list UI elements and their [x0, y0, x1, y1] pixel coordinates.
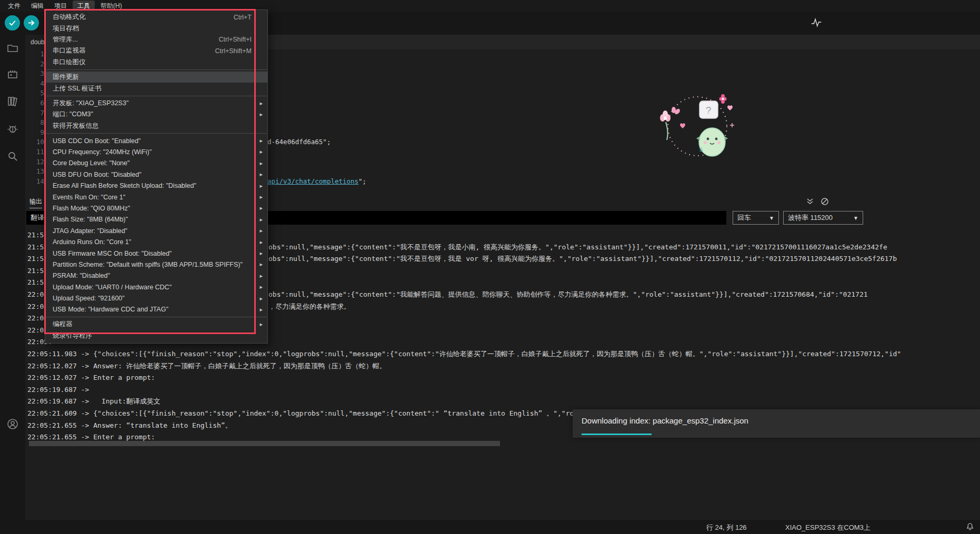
code-text: api/v3/chat/completions: [267, 177, 358, 185]
tools-menu-item[interactable]: USB Mode: "Hardware CDC and JTAG"▸: [45, 304, 267, 315]
notifications-bell-button[interactable]: [965, 522, 976, 532]
search-button[interactable]: [6, 150, 19, 163]
line-ending-select[interactable]: 回车 ▼: [733, 211, 779, 225]
activity-bar: [0, 35, 25, 520]
bug-icon: [6, 123, 19, 135]
menu-item-label: 烧录引导程序: [53, 331, 92, 340]
log-text: ，尽力满足你的各种需求。: [268, 303, 351, 310]
tools-menu-item[interactable]: 串口监视器Ctrl+Shift+M: [45, 45, 267, 56]
clear-output-button[interactable]: [819, 196, 831, 207]
tools-menu-item[interactable]: USB CDC On Boot: "Enabled"▸: [45, 135, 267, 146]
flower-icon: [660, 107, 681, 122]
log-text: obs":null,"message":{"content":"我不是豆包呀，我…: [268, 243, 887, 251]
flower-stem: [666, 122, 668, 140]
heart-icon: [680, 123, 685, 128]
tools-menu-item[interactable]: JTAG Adapter: "Disabled"▸: [45, 225, 267, 236]
menu-item-label: 开发板: "XIAO_ESP32S3": [53, 99, 128, 108]
submenu-arrow-icon: ▸: [259, 295, 263, 302]
tools-menu-item[interactable]: USB DFU On Boot: "Disabled"▸: [45, 169, 267, 180]
submenu-arrow-icon: ▸: [259, 273, 263, 279]
line-number: 11: [25, 147, 44, 157]
output-tab[interactable]: 输出: [29, 197, 42, 208]
menu-item-label: Upload Mode: "UART0 / Hardware CDC": [53, 284, 172, 291]
menu-item-label: JTAG Adapter: "Disabled": [53, 227, 127, 235]
line-number: 10: [25, 137, 44, 147]
tools-menu-item[interactable]: PSRAM: "Disabled"▸: [45, 270, 267, 281]
horizontal-scrollbar: [25, 441, 980, 446]
serial-log-line: 22:05:11.983 -> {"choices":[{"finish_rea…: [27, 348, 980, 360]
sparkle-icon: [730, 123, 734, 127]
search-icon: [6, 150, 19, 163]
submenu-arrow-icon: ▸: [259, 250, 263, 257]
tools-menu-item[interactable]: Events Run On: "Core 1"▸: [45, 192, 267, 203]
notification-progress-bar: [582, 434, 652, 435]
library-manager-button[interactable]: [6, 95, 19, 107]
cursor-position[interactable]: 行 24, 列 126: [706, 523, 747, 532]
upload-button[interactable]: [24, 15, 39, 31]
tools-menu-item[interactable]: CPU Frequency: "240MHz (WiFi)"▸: [45, 146, 267, 157]
tools-menu-item[interactable]: 上传 SSL 根证书: [45, 83, 267, 94]
status-bar: 行 24, 列 126 XIAO_ESP32S3 在COM3上: [0, 520, 980, 534]
tools-menu-item[interactable]: Core Debug Level: "None"▸: [45, 158, 267, 169]
line-ending-value: 回车: [737, 213, 751, 223]
tools-menu-item[interactable]: Partition Scheme: "Default with spiffs (…: [45, 259, 267, 270]
scrollbar-thumb[interactable]: [29, 441, 500, 446]
menu-item-label: PSRAM: "Disabled": [53, 272, 110, 279]
line-number: 3: [25, 69, 44, 79]
serial-plotter-button[interactable]: [809, 16, 823, 29]
chevron-down-icon: ▼: [848, 215, 858, 221]
tools-menu-item[interactable]: Upload Mode: "UART0 / Hardware CDC"▸: [45, 281, 267, 293]
chevron-double-down-icon: [806, 197, 814, 206]
account-button[interactable]: [6, 418, 19, 430]
menu-item-label: 获得开发板信息: [53, 122, 99, 130]
tools-menu-item[interactable]: Upload Speed: "921600"▸: [45, 293, 267, 304]
boards-manager-button[interactable]: [6, 68, 19, 81]
submenu-arrow-icon: ▸: [259, 321, 263, 328]
menu-item-label: Arduino Runs On: "Core 1": [53, 238, 131, 246]
tools-menu-item[interactable]: 串口绘图仪: [45, 57, 267, 68]
tools-menu-item[interactable]: Flash Size: "8MB (64Mb)"▸: [45, 214, 267, 225]
menu-separator: [46, 69, 267, 70]
tools-menu-item[interactable]: 自动格式化Ctrl+T: [45, 12, 267, 23]
tools-menu-item[interactable]: 获得开发板信息: [45, 120, 267, 132]
serial-log-line: 22:05:12.027 -> Enter a prompt:: [27, 372, 980, 384]
tools-menu-item[interactable]: 编程器▸: [45, 319, 267, 330]
sketchbook-button[interactable]: [6, 42, 19, 55]
submenu-arrow-icon: ▸: [259, 284, 263, 290]
submenu-arrow-icon: ▸: [259, 183, 263, 189]
line-number: 4: [25, 79, 44, 89]
menu-item-label: Upload Speed: "921600": [53, 295, 125, 302]
menu-item-shortcut: Ctrl+Shift+I: [218, 36, 252, 43]
tools-menu-item[interactable]: 管理库...Ctrl+Shift+I: [45, 34, 267, 45]
menu-item-label: 自动格式化: [53, 13, 86, 22]
question-card: ?: [699, 101, 718, 118]
tools-menu-item[interactable]: 端口: "COM3"▸: [45, 109, 267, 120]
menu-item-label: USB Firmware MSC On Boot: "Disabled": [53, 250, 172, 257]
menu-item-label: Erase All Flash Before Sketch Upload: "D…: [53, 182, 196, 189]
tools-menu-item[interactable]: Arduino Runs On: "Core 1"▸: [45, 236, 267, 247]
menu-item-label: 上传 SSL 根证书: [53, 84, 102, 93]
submenu-arrow-icon: ▸: [259, 227, 263, 234]
menubar-item[interactable]: 文件: [3, 1, 25, 12]
menu-item-label: 管理库...: [53, 35, 78, 44]
tools-menu-item[interactable]: Erase All Flash Before Sketch Upload: "D…: [45, 180, 267, 191]
debug-button[interactable]: [6, 123, 19, 135]
tools-menu-item[interactable]: USB Firmware MSC On Boot: "Disabled"▸: [45, 248, 267, 259]
baud-rate-select[interactable]: 波特率 115200 ▼: [783, 211, 863, 225]
account-icon: [6, 418, 19, 430]
menu-item-label: Partition Scheme: "Default with spiffs (…: [53, 261, 243, 268]
tools-menu-item[interactable]: 固件更新: [45, 72, 267, 83]
verify-button[interactable]: [5, 15, 20, 31]
board-port-status[interactable]: XIAO_ESP32S3 在COM3上: [785, 523, 871, 532]
tools-menu-item[interactable]: 项目存档: [45, 23, 267, 34]
collapse-panel-button[interactable]: [804, 196, 816, 207]
menu-item-label: Flash Size: "8MB (64Mb)": [53, 216, 128, 223]
tools-menu-item[interactable]: Flash Mode: "QIO 80MHz"▸: [45, 203, 267, 214]
line-number: 12: [25, 157, 44, 167]
chevron-down-icon: ▼: [764, 215, 774, 221]
tools-menu-item[interactable]: 开发板: "XIAO_ESP32S3"▸: [45, 98, 267, 109]
tools-menu: 自动格式化Ctrl+T项目存档管理库...Ctrl+Shift+I串口监视器Ct…: [45, 9, 268, 344]
menu-item-label: USB CDC On Boot: "Enabled": [53, 137, 141, 145]
line-number: 1: [25, 49, 44, 59]
tools-menu-item[interactable]: 烧录引导程序: [45, 330, 267, 341]
